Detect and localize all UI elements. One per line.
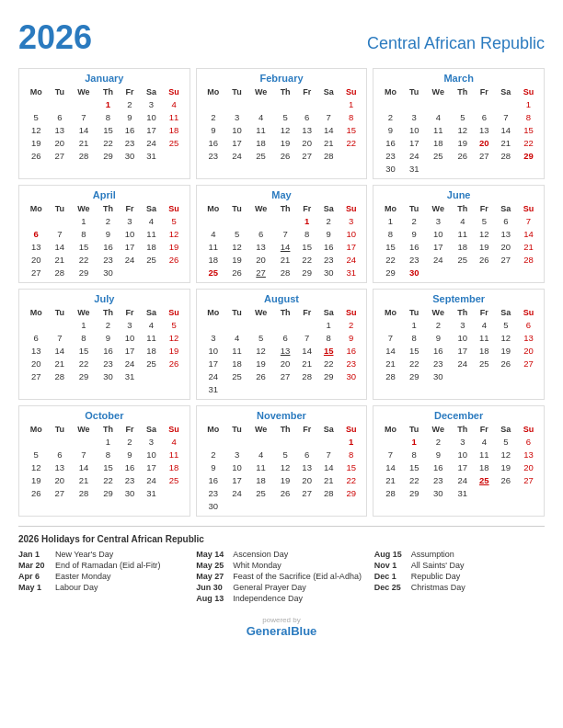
calendar-day: 13 — [49, 123, 70, 136]
weekday-header: Tu — [404, 203, 425, 214]
calendar-day: 25 — [474, 357, 495, 370]
month-block-february: FebruaryMoTuWeThFrSaSu123456789101112131… — [196, 68, 368, 179]
calendar-day: 29 — [97, 149, 119, 162]
calendar-day: 17 — [119, 344, 140, 357]
calendar-day: 25 — [247, 149, 274, 162]
weekday-header: Sa — [140, 307, 162, 318]
calendar-day: 25 — [474, 473, 495, 486]
calendar-day: 29 — [70, 266, 97, 279]
calendar-day: 27 — [274, 370, 296, 382]
holiday-name: Ascension Day — [233, 550, 288, 559]
brand-label: GeneralBlue — [18, 624, 545, 638]
calendar-day — [377, 97, 403, 110]
month-table: MoTuWeThFrSaSu12345678910111213141516171… — [201, 86, 363, 162]
weekday-header: Tu — [49, 203, 70, 214]
calendar-day: 16 — [317, 240, 339, 253]
calendar-day: 10 — [452, 331, 474, 344]
calendar-day: 31 — [119, 370, 140, 382]
calendar-day: 17 — [452, 344, 474, 357]
calendar-day: 17 — [404, 136, 425, 149]
calendar-day: 26 — [162, 253, 185, 266]
calendar-day: 29 — [404, 370, 425, 382]
calendar-day: 6 — [474, 110, 495, 123]
calendar-day: 28 — [317, 149, 339, 162]
calendar-day — [201, 435, 226, 448]
calendar-day: 16 — [97, 240, 119, 253]
calendar-day: 26 — [274, 486, 296, 499]
calendar-day: 16 — [201, 136, 226, 149]
calendar-day: 6 — [296, 448, 317, 461]
calendar-day: 24 — [140, 136, 162, 149]
calendar-day: 3 — [452, 318, 474, 331]
calendar-day: 18 — [201, 253, 226, 266]
calendar-day: 27 — [517, 473, 540, 486]
calendar-day: 12 — [162, 331, 185, 344]
calendar-day: 24 — [339, 253, 362, 266]
calendar-day: 21 — [317, 136, 339, 149]
weekday-header: Th — [97, 307, 119, 318]
calendar-day: 2 — [201, 448, 226, 461]
calendar-day: 30 — [425, 486, 452, 499]
weekday-header: Th — [452, 86, 474, 97]
calendar-day — [452, 266, 474, 279]
calendar-day — [23, 97, 49, 110]
calendar-day: 26 — [162, 357, 185, 370]
weekday-header: Mo — [201, 307, 226, 318]
calendar-day: 19 — [226, 253, 247, 266]
calendar-day: 13 — [296, 461, 317, 473]
calendar-day — [495, 266, 517, 279]
calendar-day — [474, 486, 495, 499]
calendar-day: 8 — [70, 227, 97, 240]
calendar-day: 8 — [404, 448, 425, 461]
weekday-header: We — [247, 307, 274, 318]
calendar-day: 22 — [404, 357, 425, 370]
calendar-day: 27 — [49, 149, 70, 162]
weekday-header: Mo — [377, 424, 403, 435]
weekday-header: We — [247, 424, 274, 435]
weekday-header: Sa — [317, 86, 339, 97]
calendar-day: 18 — [425, 136, 452, 149]
weekday-header: We — [425, 86, 452, 97]
calendar-day: 25 — [140, 253, 162, 266]
weekday-header: Fr — [119, 203, 140, 214]
weekday-header: Mo — [23, 424, 49, 435]
calendar-day: 27 — [495, 253, 517, 266]
weekday-header: Su — [339, 424, 362, 435]
calendar-day — [425, 162, 452, 175]
weekday-header: Mo — [201, 203, 226, 214]
month-block-december: DecemberMoTuWeThFrSaSu123456789101112131… — [373, 405, 545, 517]
month-name: July — [23, 293, 186, 304]
powered-by-label: powered by — [18, 616, 545, 624]
calendar-day: 17 — [226, 136, 247, 149]
month-table: MoTuWeThFrSaSu12345678910111213141516171… — [377, 203, 540, 279]
calendar-day: 9 — [201, 461, 226, 473]
calendar-day: 23 — [119, 473, 140, 486]
weekday-header: Su — [517, 203, 540, 214]
calendar-day: 12 — [23, 461, 49, 473]
holiday-date: Dec 1 — [374, 572, 408, 581]
weekday-header: Tu — [226, 86, 247, 97]
calendar-day: 20 — [23, 253, 49, 266]
calendar-day: 23 — [201, 149, 226, 162]
calendar-day: 23 — [425, 473, 452, 486]
calendar-day: 26 — [247, 370, 274, 382]
calendar-day: 19 — [495, 344, 517, 357]
calendar-day: 5 — [274, 448, 296, 461]
calendar-day: 31 — [452, 486, 474, 499]
holiday-name: Assumption — [411, 550, 454, 559]
month-name: April — [23, 189, 186, 200]
weekday-header: We — [247, 203, 274, 214]
calendar-day: 9 — [339, 331, 362, 344]
calendar-day — [452, 162, 474, 175]
calendar-day — [474, 162, 495, 175]
month-block-april: AprilMoTuWeThFrSaSu123456789101112131415… — [18, 185, 190, 283]
calendar-day — [296, 382, 317, 395]
calendar-day: 30 — [97, 370, 119, 382]
holiday-item: Apr 6Easter Monday — [18, 572, 189, 581]
calendar-day: 28 — [274, 266, 296, 279]
calendar-day: 11 — [162, 110, 185, 123]
calendar-day — [274, 499, 296, 512]
calendar-day: 5 — [247, 331, 274, 344]
calendar-day: 1 — [339, 97, 362, 110]
weekday-header: Fr — [119, 424, 140, 435]
